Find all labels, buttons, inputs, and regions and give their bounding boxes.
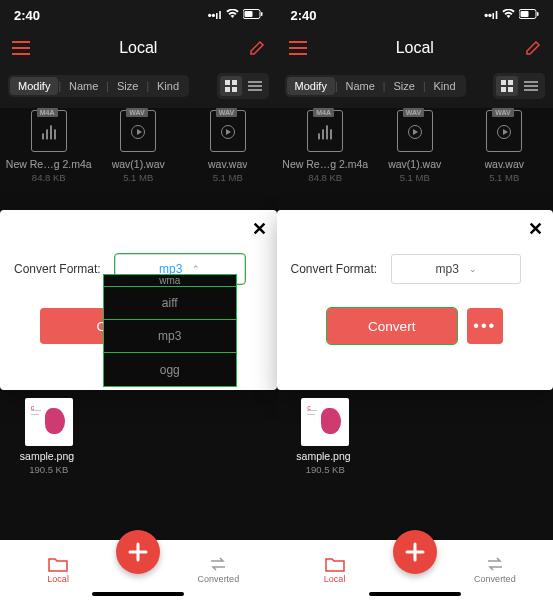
format-option[interactable]: ogg [104, 353, 236, 386]
add-button[interactable] [393, 530, 437, 574]
convert-format-label: Convert Format: [291, 262, 378, 276]
wifi-icon [502, 9, 515, 21]
file-name: wav(1).wav [112, 158, 165, 170]
chevron-up-icon: ⌃ [192, 264, 200, 274]
plus-icon [127, 541, 149, 563]
tab-local[interactable]: Local [277, 556, 393, 584]
tab-local[interactable]: Local [0, 556, 116, 584]
convert-icon [208, 556, 228, 572]
list-view-icon[interactable] [520, 76, 542, 96]
battery-icon [243, 9, 263, 21]
svg-rect-9 [537, 12, 539, 16]
file-item[interactable]: WAV wav.wav 5.1 MB [183, 108, 273, 183]
format-option[interactable]: wma [104, 275, 236, 287]
file-name: sample.png [281, 450, 367, 462]
status-icons: ••ıl [208, 9, 263, 21]
sort-kind[interactable]: Kind [425, 77, 463, 95]
file-item[interactable]: c sample.png 190.5 KB [4, 398, 93, 475]
edit-icon[interactable] [525, 40, 541, 56]
convert-sheet: ✕ Convert Format: mp3⌄ Convert ••• [277, 210, 554, 390]
menu-icon[interactable] [12, 41, 30, 55]
sort-name[interactable]: Name [338, 77, 383, 95]
sort-segmented: Modify| Name| Size| Kind [8, 75, 189, 97]
file-grid: M4A New Re…g 2.m4a 84.8 KB WAV wav(1).wa… [0, 108, 277, 191]
file-item[interactable]: M4A New Re…g 2.m4a 84.8 KB [281, 108, 371, 183]
svg-rect-11 [508, 80, 513, 85]
status-bar: 2:40 ••ıl [0, 0, 277, 30]
status-time: 2:40 [14, 8, 40, 23]
grid-view-icon[interactable] [220, 76, 242, 96]
format-option[interactable]: mp3 [104, 320, 236, 353]
file-size: 5.1 MB [400, 172, 430, 183]
plus-icon [404, 541, 426, 563]
file-size: 5.1 MB [213, 172, 243, 183]
view-toggle [493, 73, 545, 99]
navbar: Local [0, 30, 277, 66]
convert-button[interactable]: Convert [327, 308, 457, 344]
screen-right: 2:40 ••ıl Local Modify| Name| Size| Kind [277, 0, 554, 600]
status-time: 2:40 [291, 8, 317, 23]
convert-format-label: Convert Format: [14, 262, 101, 276]
svg-rect-1 [244, 11, 252, 17]
file-size: 190.5 KB [281, 464, 370, 475]
page-title: Local [119, 39, 157, 57]
file-size: 5.1 MB [123, 172, 153, 183]
add-button[interactable] [116, 530, 160, 574]
convert-icon [485, 556, 505, 572]
file-item[interactable]: WAV wav(1).wav 5.1 MB [370, 108, 460, 183]
tab-converted[interactable]: Converted [437, 556, 553, 584]
toolbar: Modify| Name| Size| Kind [277, 70, 554, 102]
svg-rect-4 [232, 80, 237, 85]
file-size: 84.8 KB [32, 172, 66, 183]
tab-converted[interactable]: Converted [160, 556, 276, 584]
signal-icon: ••ıl [484, 9, 498, 21]
navbar: Local [277, 30, 554, 66]
svg-rect-13 [508, 87, 513, 92]
file-name: wav.wav [208, 158, 247, 170]
close-icon[interactable]: ✕ [252, 218, 267, 240]
sort-name[interactable]: Name [61, 77, 106, 95]
list-view-icon[interactable] [244, 76, 266, 96]
chevron-down-icon: ⌄ [469, 264, 477, 274]
svg-rect-5 [225, 87, 230, 92]
file-name: New Re…g 2.m4a [6, 158, 92, 170]
view-toggle [217, 73, 269, 99]
file-name: wav(1).wav [388, 158, 441, 170]
page-title: Local [396, 39, 434, 57]
file-grid: M4A New Re…g 2.m4a 84.8 KB WAV wav(1).wa… [277, 108, 554, 191]
svg-rect-6 [232, 87, 237, 92]
menu-icon[interactable] [289, 41, 307, 55]
file-item[interactable]: WAV wav(1).wav 5.1 MB [94, 108, 184, 183]
file-size: 84.8 KB [308, 172, 342, 183]
sort-size[interactable]: Size [109, 77, 146, 95]
svg-rect-12 [501, 87, 506, 92]
status-bar: 2:40 ••ıl [277, 0, 554, 30]
svg-rect-2 [261, 12, 263, 16]
sort-modify[interactable]: Modify [10, 77, 58, 95]
folder-icon [325, 556, 345, 572]
sort-segmented: Modify| Name| Size| Kind [285, 75, 466, 97]
grid-view-icon[interactable] [496, 76, 518, 96]
svg-rect-3 [225, 80, 230, 85]
format-select[interactable]: mp3⌄ [391, 254, 521, 284]
format-dropdown: wma aiff mp3 ogg [103, 274, 237, 387]
file-item[interactable]: WAV wav.wav 5.1 MB [460, 108, 550, 183]
file-name: wav.wav [485, 158, 524, 170]
signal-icon: ••ıl [208, 9, 222, 21]
close-icon[interactable]: ✕ [528, 218, 543, 240]
screen-left: 2:40 ••ıl Local Modify| [0, 0, 277, 600]
sort-kind[interactable]: Kind [149, 77, 187, 95]
edit-icon[interactable] [249, 40, 265, 56]
folder-icon [48, 556, 68, 572]
home-indicator [369, 592, 461, 596]
svg-rect-8 [521, 11, 529, 17]
sort-modify[interactable]: Modify [287, 77, 335, 95]
file-name: sample.png [4, 450, 90, 462]
file-item[interactable]: M4A New Re…g 2.m4a 84.8 KB [4, 108, 94, 183]
file-name: New Re…g 2.m4a [282, 158, 368, 170]
file-item[interactable]: c sample.png 190.5 KB [281, 398, 370, 475]
format-option[interactable]: aiff [104, 287, 236, 320]
more-button[interactable]: ••• [467, 308, 503, 344]
sort-size[interactable]: Size [385, 77, 422, 95]
home-indicator [92, 592, 184, 596]
